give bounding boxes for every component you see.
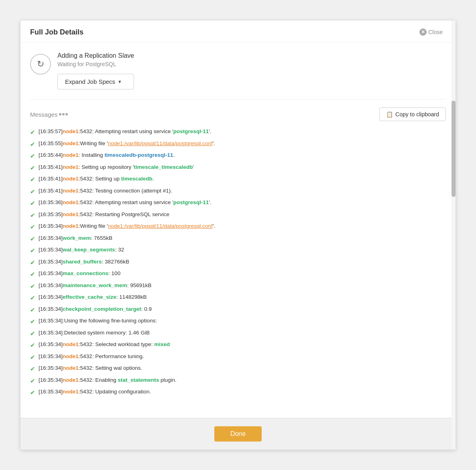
- job-text: Adding a Replication Slave Waiting for P…: [57, 52, 134, 89]
- check-icon: ✔: [30, 270, 35, 279]
- done-button[interactable]: Done: [214, 426, 262, 442]
- log-message: [16:35:36]node1:5432: Attempting restart…: [39, 199, 446, 207]
- log-time: [16:35:34]: [39, 330, 63, 336]
- log-entry: ✔[16:35:36]node1:5432: Attempting restar…: [30, 199, 446, 208]
- log-link[interactable]: mixed: [154, 341, 170, 347]
- log-node: node1: [63, 377, 79, 383]
- messages-section-header: Messages 📋 Copy to clipboard: [30, 107, 446, 121]
- check-icon: ✔: [30, 317, 35, 326]
- close-label: Close: [428, 29, 443, 35]
- log-time: [16:35:34]: [39, 318, 63, 324]
- modal-header: Full Job Details ✕ Close: [20, 20, 456, 43]
- log-node: maintenance_work_mem: [63, 282, 127, 288]
- log-node: node1: [63, 152, 79, 158]
- log-entry: ✔[16:35:41]node1:5432: Testing connectio…: [30, 187, 446, 197]
- log-time: [16:35:34]: [39, 270, 63, 276]
- log-entry: ✔[16:35:34]maintenance_work_mem: 95691kB: [30, 282, 446, 291]
- log-entry: ✔[16:35:34]max_connections: 100: [30, 269, 446, 279]
- scrollbar-thumb[interactable]: [452, 101, 456, 197]
- log-time: [16:35:57]: [39, 128, 63, 134]
- messages-label: Messages: [30, 111, 68, 118]
- modal-container: Full Job Details ✕ Close ↻ Adding a Repl…: [20, 20, 456, 450]
- job-spinner-icon: ↻: [30, 54, 51, 75]
- log-node: node1: [63, 199, 79, 205]
- log-link[interactable]: postgresql-11: [173, 128, 209, 134]
- log-time: [16:35:34]: [39, 306, 63, 312]
- log-link[interactable]: node1:/var/lib/pgsql/11/data/postgresql.…: [108, 140, 213, 146]
- log-node: node1: [63, 140, 79, 146]
- clipboard-icon: 📋: [386, 111, 393, 118]
- log-node: node1: [63, 341, 79, 347]
- log-message: [16:35:41]node1:5432: Setting up timesca…: [39, 175, 446, 183]
- check-icon: ✔: [30, 223, 35, 232]
- chevron-down-icon: ▾: [118, 79, 121, 85]
- log-entry: ✔[16:35:34]work_mem: 7655kB: [30, 234, 446, 244]
- log-time: [16:35:34]: [39, 294, 63, 300]
- check-icon: ✔: [30, 353, 35, 362]
- log-node: node1: [63, 365, 79, 371]
- log-entry: ✔[16:35:34]node1:5432: Selected workload…: [30, 340, 446, 350]
- log-time: [16:35:34]: [39, 389, 63, 395]
- log-message: [16:35:44]node1: Installing timescaledb-…: [39, 151, 446, 159]
- modal-body: ↻ Adding a Replication Slave Waiting for…: [20, 43, 456, 418]
- close-button[interactable]: ✕ Close: [416, 27, 446, 37]
- log-entry: ✔[16:35:34]wal_keep_segments: 32: [30, 246, 446, 255]
- log-time: [16:35:34]: [39, 235, 63, 241]
- log-time: [16:35:41]: [39, 176, 63, 182]
- copy-to-clipboard-button[interactable]: 📋 Copy to clipboard: [379, 107, 446, 121]
- check-icon: ✔: [30, 152, 35, 161]
- log-message: [16:35:34]checkpoint_completion_target: …: [39, 305, 446, 313]
- log-link[interactable]: timescaledb-postgresql-11: [104, 152, 173, 158]
- log-node: effective_cache_size: [63, 294, 116, 300]
- log-message: [16:35:34]wal_keep_segments: 32: [39, 246, 446, 254]
- log-node: node1: [63, 188, 79, 194]
- log-entry: ✔[16:35:41]node1: Setting up repository …: [30, 163, 446, 173]
- log-message: [16:35:55]node1:Writing file 'node1:/var…: [39, 140, 446, 148]
- log-link[interactable]: postgresql-11: [173, 199, 209, 205]
- log-link[interactable]: timescaledb: [121, 176, 153, 182]
- check-icon: ✔: [30, 175, 35, 184]
- log-link[interactable]: node1:/var/lib/pgsql/11/data/postgresql.…: [108, 223, 213, 229]
- log-entry: ✔[16:35:34]node1:Writing file 'node1:/va…: [30, 222, 446, 232]
- job-status: Waiting for PostgreSQL: [57, 61, 134, 67]
- log-message: [16:35:34]max_connections: 100: [39, 269, 446, 278]
- check-icon: ✔: [30, 246, 35, 255]
- check-icon: ✔: [30, 164, 35, 173]
- log-entry: ✔[16:35:44]node1: Installing timescaledb…: [30, 151, 446, 161]
- log-message: [16:35:34]effective_cache_size: 1148298k…: [39, 293, 446, 301]
- check-icon: ✔: [30, 365, 35, 374]
- log-message: [16:35:34]node1:Writing file 'node1:/var…: [39, 222, 446, 230]
- check-icon: ✔: [30, 329, 35, 338]
- check-icon: ✔: [30, 211, 35, 220]
- modal-footer: Done: [20, 418, 456, 450]
- log-node: max_connections: [63, 270, 108, 276]
- messages-list: ✔[16:35:57]node1:5432: Attempting restar…: [30, 128, 446, 404]
- log-time: [16:35:34]: [39, 247, 63, 253]
- log-entry: ✔[16:35:34]shared_buffers: 382766kB: [30, 258, 446, 267]
- check-icon: ✔: [30, 235, 35, 244]
- log-entry: ✔[16:35:34]node1:5432: Updating configur…: [30, 388, 446, 397]
- expand-job-specs-button[interactable]: Expand Job Specs ▾: [57, 74, 134, 89]
- log-node: node1: [63, 389, 79, 395]
- log-entry: ✔[16:35:34]node1:5432: Enabling stat_sta…: [30, 376, 446, 386]
- log-time: [16:35:55]: [39, 140, 63, 146]
- log-time: [16:35:34]: [39, 282, 63, 288]
- log-node: checkpoint_completion_target: [63, 306, 141, 312]
- check-icon: ✔: [30, 140, 35, 149]
- log-message: [16:35:34]node1:5432: Setting wal option…: [39, 364, 446, 372]
- log-time: [16:35:44]: [39, 152, 63, 158]
- log-message: [16:35:35]node1:5432: Restarting Postgre…: [39, 211, 446, 219]
- log-message: [16:35:34]shared_buffers: 382766kB: [39, 258, 446, 266]
- log-time: [16:35:34]: [39, 223, 63, 229]
- spinner-symbol: ↻: [37, 59, 44, 69]
- log-message: [16:35:34]:Using the following fine-tuni…: [39, 317, 446, 325]
- log-link[interactable]: timescale_timescaledb: [134, 164, 193, 170]
- log-time: [16:35:35]: [39, 211, 63, 217]
- check-icon: ✔: [30, 187, 35, 197]
- log-entry: ✔[16:35:55]node1:Writing file 'node1:/va…: [30, 140, 446, 149]
- log-link[interactable]: stat_statements: [118, 377, 159, 383]
- copy-btn-label: Copy to clipboard: [395, 111, 439, 118]
- log-message: [16:35:41]node1:5432: Testing connection…: [39, 187, 446, 195]
- log-message: [16:35:41]node1: Setting up repository '…: [39, 163, 446, 171]
- log-entry: ✔[16:35:34]node1:5432: Setting wal optio…: [30, 364, 446, 374]
